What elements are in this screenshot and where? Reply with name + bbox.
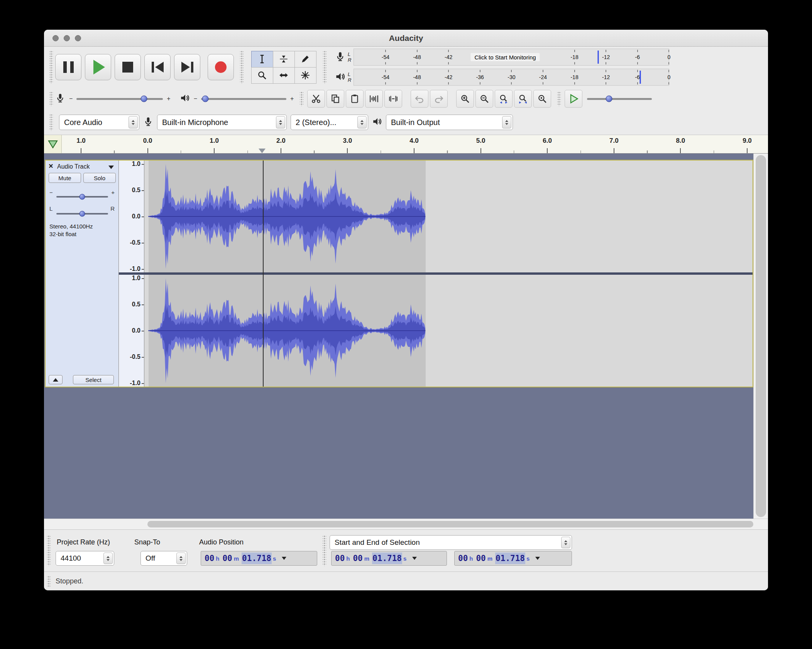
selection-start-field[interactable]: 00h 00m 01.718s [331,551,447,566]
meter-scale-label: -6 [635,54,640,60]
toolbar-grip[interactable] [47,535,51,566]
playback-meter-scale[interactable]: -54-48-42-36-30-24-18-12-60 [354,69,669,86]
plus-label: + [111,189,115,196]
track-menu-arrow-icon[interactable] [108,166,114,169]
skip-to-start-button[interactable] [144,54,171,80]
left-channel[interactable]: 1.00.50.0-0.5-1.0 [119,161,753,272]
zoom-tool-button[interactable] [251,67,273,84]
minutes-value[interactable]: 00 [222,553,232,564]
project-rate-select[interactable]: 44100 [56,551,114,566]
toolbar-grip[interactable] [49,51,53,84]
timeshift-tool-button[interactable] [273,67,295,84]
draw-tool-button[interactable] [294,51,316,68]
zoom-selection-button[interactable] [495,90,513,108]
play-button[interactable] [85,54,111,80]
toolbar-grip[interactable] [323,51,326,84]
dropdown-arrow-icon[interactable] [412,557,417,560]
horizontal-scrollbar-thumb[interactable] [147,521,753,527]
track-name[interactable]: Audio Track [57,163,90,170]
playback-volume-slider[interactable] [201,98,286,100]
recording-volume-slider[interactable] [76,98,163,100]
toolbar-grip[interactable] [49,91,53,106]
mute-button[interactable]: Mute [49,173,81,183]
track-close-button[interactable]: × [49,162,53,171]
vertical-scrollbar[interactable] [753,154,768,519]
selection-end-field[interactable]: 00h 00m 01.718s [454,551,572,566]
gain-slider[interactable] [56,196,108,198]
play-speed-slider[interactable] [587,98,652,100]
toolbar-grip[interactable] [323,535,326,566]
edit-cursor [263,161,264,387]
timeline-ruler[interactable]: 1.00.01.02.03.04.05.06.07.08.09.0 [44,135,768,154]
host-select[interactable]: Core Audio [59,115,139,130]
zoom-toggle-button[interactable] [533,90,551,108]
solo-button[interactable]: Solo [83,173,116,183]
redo-button[interactable] [430,90,448,108]
multi-tool-button[interactable] [294,67,316,84]
track-control-panel[interactable]: × Audio Track Mute Solo − + L R Stereo, … [46,161,119,387]
play-at-speed-button[interactable] [565,90,582,108]
trim-audio-button[interactable] [365,90,383,108]
vruler-label: 0.5 [132,301,140,308]
playback-meter[interactable]: LR -54-48-42-36-30-24-18-12-60 [335,68,669,86]
vertical-scrollbar-thumb[interactable] [756,155,766,517]
slider-thumb[interactable] [202,96,209,102]
paste-button[interactable] [346,90,364,108]
slider-thumb[interactable] [80,211,85,217]
vertical-ruler[interactable]: 1.00.50.0-0.5-1.0 [119,275,144,387]
toolbar-grip[interactable] [557,91,561,106]
recording-meter-scale[interactable]: -54-48-42-18-12-60Click to Start Monitor… [354,49,669,66]
toolbar-grip[interactable] [240,51,244,84]
input-device-select[interactable]: Built-in Microphone [157,115,287,130]
cut-button[interactable] [307,90,325,108]
toolbar-grip[interactable] [47,576,51,586]
recording-meter[interactable]: LR -54-48-42-18-12-60Click to Start Moni… [335,48,669,66]
pan-slider[interactable] [56,213,108,215]
timeline-options-button[interactable] [44,135,62,153]
snap-to-select[interactable]: Off [140,551,187,566]
copy-button[interactable] [326,90,344,108]
stop-button[interactable] [115,54,141,80]
audio-position-field[interactable]: 00h 00m 01.718s [201,551,317,566]
selection-mode-select[interactable]: Start and End of Selection [330,535,572,550]
waveform-left[interactable] [144,161,753,272]
minutes-value[interactable]: 00 [475,553,486,564]
vertical-ruler[interactable]: 1.00.50.0-0.5-1.0 [119,161,144,272]
minutes-value[interactable]: 00 [352,553,363,564]
slider-thumb[interactable] [606,96,612,102]
record-button[interactable] [208,54,234,80]
slider-thumb[interactable] [80,194,85,200]
title-bar[interactable]: Audacity [44,30,768,47]
zoom-fit-button[interactable] [514,90,532,108]
seconds-value[interactable]: 01.718 [372,553,402,564]
waveform-right[interactable] [144,275,753,387]
horizontal-scrollbar[interactable] [44,519,768,529]
track-area[interactable]: × Audio Track Mute Solo − + L R Stereo, … [44,154,768,519]
select-track-button[interactable]: Select [73,375,114,384]
dropdown-arrow-icon[interactable] [282,557,286,560]
silence-audio-button[interactable] [384,90,402,108]
monitor-text[interactable]: Click to Start Monitoring [470,53,540,61]
hours-value[interactable]: 00 [458,553,468,564]
hours-value[interactable]: 00 [204,553,215,564]
dropdown-arrow-icon[interactable] [535,557,540,560]
seconds-value[interactable]: 01.718 [242,553,272,564]
zoom-out-button[interactable] [475,90,493,108]
selection-tool-button[interactable] [251,51,273,68]
seconds-value[interactable]: 01.718 [495,553,525,564]
input-channels-select[interactable]: 2 (Stereo)... [291,115,368,130]
undo-button[interactable] [411,90,428,108]
zoom-in-button[interactable] [456,90,474,108]
envelope-tool-button[interactable] [273,51,295,68]
toolbar-grip[interactable] [49,114,53,131]
audio-track[interactable]: × Audio Track Mute Solo − + L R Stereo, … [45,160,753,387]
slider-thumb[interactable] [141,96,147,102]
playhead-marker[interactable] [259,149,266,153]
right-channel[interactable]: 1.00.50.0-0.5-1.0 [119,275,753,387]
hours-value[interactable]: 00 [335,553,345,564]
output-device-select[interactable]: Built-in Output [386,115,513,130]
pause-button[interactable] [55,54,81,80]
collapse-track-button[interactable] [49,375,63,384]
skip-to-end-button[interactable] [174,54,200,80]
toolbar-grip[interactable] [300,91,303,106]
